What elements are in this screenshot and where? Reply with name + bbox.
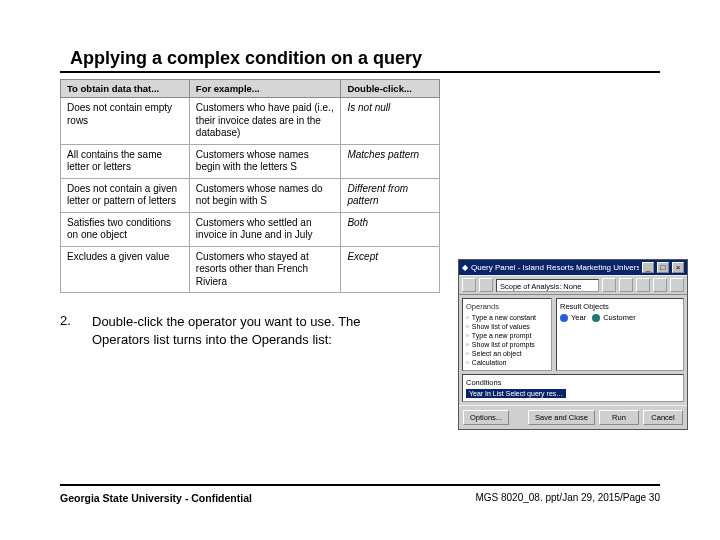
result-object[interactable]: Year bbox=[560, 313, 586, 322]
maximize-button[interactable]: □ bbox=[657, 262, 669, 273]
cancel-button[interactable]: Cancel bbox=[643, 410, 683, 425]
query-panel-window: ◆ Query Panel - Island Resorts Marketing… bbox=[458, 259, 688, 430]
col-header-obtain: To obtain data that... bbox=[61, 80, 190, 98]
step-2: 2. Double-click the operator you want to… bbox=[60, 313, 440, 348]
object-icon bbox=[592, 314, 600, 322]
step-text: Double-click the operator you want to us… bbox=[92, 313, 392, 348]
window-title: Query Panel - Island Resorts Marketing U… bbox=[471, 263, 639, 272]
slide-title: Applying a complex condition on a query bbox=[60, 48, 660, 69]
operands-pane: Operands Type a new constant Show list o… bbox=[462, 298, 552, 371]
list-item[interactable]: Type a new constant bbox=[466, 313, 548, 322]
save-close-button[interactable]: Save and Close bbox=[528, 410, 595, 425]
close-button[interactable]: × bbox=[672, 262, 684, 273]
conditions-table: To obtain data that... For example... Do… bbox=[60, 79, 440, 293]
result-pane: Result Objects Year Customer bbox=[556, 298, 684, 371]
footer-left: Georgia State University - Confidential bbox=[60, 492, 252, 504]
table-row: Excludes a given value Customers who sta… bbox=[61, 246, 440, 293]
toolbar-button[interactable] bbox=[653, 278, 667, 292]
toolbar: Scope of Analysis: None bbox=[459, 275, 687, 295]
result-object[interactable]: Customer bbox=[592, 313, 636, 322]
toolbar-button[interactable] bbox=[619, 278, 633, 292]
list-item[interactable]: Calculation bbox=[466, 358, 548, 367]
col-header-example: For example... bbox=[189, 80, 341, 98]
conditions-pane: Conditions Year In List Select query res… bbox=[462, 374, 684, 402]
list-item[interactable]: Select an object bbox=[466, 349, 548, 358]
minimize-button[interactable]: _ bbox=[642, 262, 654, 273]
scope-field[interactable]: Scope of Analysis: None bbox=[496, 279, 599, 292]
title-rule bbox=[60, 71, 660, 73]
window-titlebar[interactable]: ◆ Query Panel - Island Resorts Marketing… bbox=[459, 260, 687, 275]
toolbar-button[interactable] bbox=[602, 278, 616, 292]
toolbar-button[interactable] bbox=[462, 278, 476, 292]
table-row: All contains the same letter or letters … bbox=[61, 144, 440, 178]
footer-right: MGS 8020_08. ppt/Jan 29, 2015/Page 30 bbox=[475, 492, 660, 504]
table-row: Satisfies two conditions on one object C… bbox=[61, 212, 440, 246]
result-objects-label: Result Objects bbox=[560, 302, 680, 311]
operands-label: Operands bbox=[466, 302, 548, 311]
run-button[interactable]: Run bbox=[599, 410, 639, 425]
list-item[interactable]: Type a new prompt bbox=[466, 331, 548, 340]
col-header-doubleclick: Double-click... bbox=[341, 80, 440, 98]
toolbar-button[interactable] bbox=[636, 278, 650, 292]
options-button[interactable]: Options... bbox=[463, 410, 509, 425]
table-row: Does not contain empty rows Customers wh… bbox=[61, 98, 440, 145]
object-icon bbox=[560, 314, 568, 322]
condition-selected[interactable]: Year In List Select query res… bbox=[466, 389, 566, 398]
conditions-label: Conditions bbox=[466, 378, 680, 387]
toolbar-button[interactable] bbox=[479, 278, 493, 292]
table-row: Does not contain a given letter or patte… bbox=[61, 178, 440, 212]
footer-rule bbox=[60, 484, 660, 486]
list-item[interactable]: Show list of values bbox=[466, 322, 548, 331]
step-number: 2. bbox=[60, 313, 76, 348]
app-icon: ◆ bbox=[462, 263, 468, 272]
list-item[interactable]: Show list of prompts bbox=[466, 340, 548, 349]
toolbar-button[interactable] bbox=[670, 278, 684, 292]
